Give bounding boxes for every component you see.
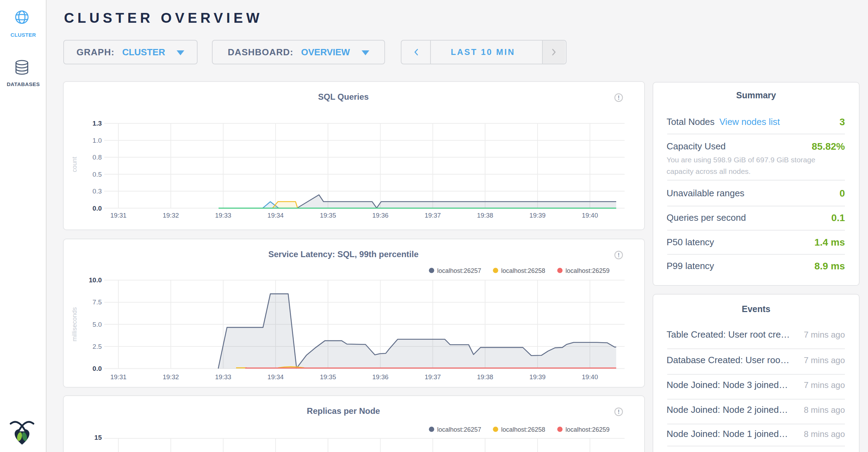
svg-text:localhost:26257: localhost:26257 — [437, 426, 481, 433]
svg-text:0.8: 0.8 — [93, 154, 102, 161]
svg-text:19:33: 19:33 — [215, 373, 231, 381]
svg-text:10.0: 10.0 — [89, 276, 102, 284]
svg-text:count: count — [71, 157, 78, 172]
svg-text:19:39: 19:39 — [529, 212, 546, 219]
svg-text:0.3: 0.3 — [93, 188, 102, 195]
svg-text:19:32: 19:32 — [163, 373, 179, 381]
svg-text:1.3: 1.3 — [93, 120, 102, 127]
svg-text:!: ! — [618, 409, 620, 415]
svg-text:19:31: 19:31 — [110, 212, 126, 219]
svg-text:!: ! — [618, 94, 620, 101]
svg-text:Replicas per Node: Replicas per Node — [307, 406, 380, 416]
svg-text:19:35: 19:35 — [320, 212, 336, 219]
svg-text:localhost:26259: localhost:26259 — [565, 426, 610, 433]
svg-text:localhost:26258: localhost:26258 — [501, 267, 545, 274]
svg-text:7.5: 7.5 — [93, 298, 102, 306]
svg-text:SQL Queries: SQL Queries — [318, 92, 369, 101]
svg-text:19:38: 19:38 — [477, 212, 493, 219]
svg-text:19:38: 19:38 — [477, 373, 493, 381]
svg-text:19:34: 19:34 — [268, 212, 284, 219]
svg-text:19:40: 19:40 — [582, 373, 598, 381]
svg-text:19:33: 19:33 — [215, 212, 231, 219]
svg-text:19:36: 19:36 — [372, 373, 388, 381]
svg-text:19:31: 19:31 — [110, 373, 126, 381]
svg-text:19:39: 19:39 — [529, 373, 546, 381]
svg-text:19:37: 19:37 — [425, 212, 441, 219]
svg-text:milliseconds: milliseconds — [71, 307, 78, 341]
svg-text:0.0: 0.0 — [93, 205, 102, 212]
svg-text:localhost:26257: localhost:26257 — [437, 267, 481, 274]
svg-text:19:32: 19:32 — [163, 212, 179, 219]
svg-text:localhost:26258: localhost:26258 — [501, 426, 545, 433]
svg-text:0.0: 0.0 — [93, 365, 102, 372]
svg-text:19:37: 19:37 — [425, 373, 441, 381]
svg-text:2.5: 2.5 — [93, 343, 102, 350]
svg-text:19:34: 19:34 — [268, 373, 284, 381]
svg-text:0.5: 0.5 — [93, 171, 102, 178]
svg-text:1.0: 1.0 — [93, 137, 102, 144]
svg-text:15: 15 — [94, 434, 102, 441]
svg-text:5.0: 5.0 — [93, 321, 102, 328]
svg-text:19:36: 19:36 — [372, 212, 388, 219]
svg-text:!: ! — [618, 252, 620, 259]
svg-text:localhost:26259: localhost:26259 — [565, 267, 610, 274]
svg-text:19:40: 19:40 — [582, 212, 598, 219]
svg-text:Service Latency: SQL, 99th per: Service Latency: SQL, 99th percentile — [268, 249, 419, 259]
svg-text:19:35: 19:35 — [320, 373, 336, 381]
